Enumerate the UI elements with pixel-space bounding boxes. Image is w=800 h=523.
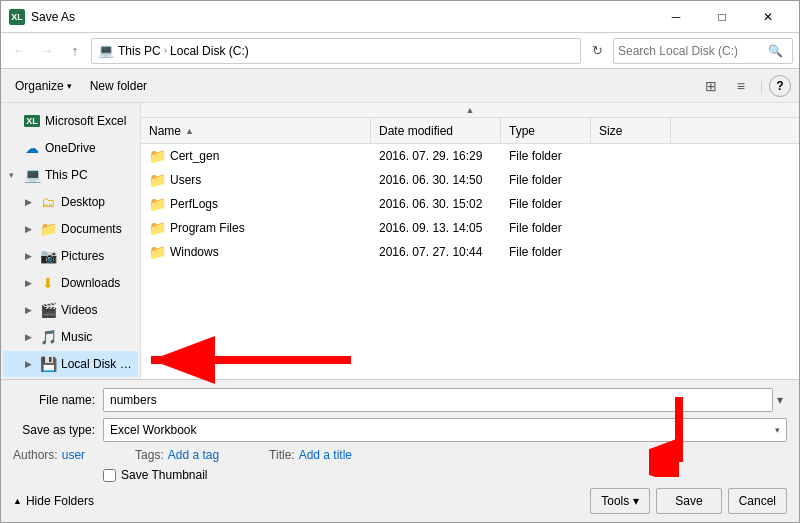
refresh-button[interactable]: ↻ xyxy=(585,39,609,63)
sidebar-item-label: Music xyxy=(61,330,92,344)
tools-label: Tools xyxy=(601,494,629,508)
expand-arrow: ▶ xyxy=(25,251,39,261)
sidebar-item-label: Desktop xyxy=(61,195,105,209)
filename-dropdown-arrow: ▾ xyxy=(773,393,787,407)
hide-folders-button[interactable]: ▲ Hide Folders xyxy=(13,494,94,508)
table-row[interactable]: 📁 Cert_gen 2016. 07. 29. 16:29 File fold… xyxy=(141,144,799,168)
table-row[interactable]: 📁 Windows 2016. 07. 27. 10:44 File folde… xyxy=(141,240,799,264)
path-segment-localc: Local Disk (C:) xyxy=(170,44,249,58)
right-panel: ▲ Name ▲ Date modified Type Size xyxy=(141,103,799,379)
new-folder-button[interactable]: New folder xyxy=(84,73,153,99)
savetype-value: Excel Workbook xyxy=(110,423,196,437)
col-header-size[interactable]: Size xyxy=(591,118,671,143)
tags-item: Tags: Add a tag xyxy=(135,448,219,462)
thispc-icon: 💻 xyxy=(23,167,41,183)
sidebar-item-label: Documents xyxy=(61,222,122,236)
address-bar: ← → ↑ 💻 This PC › Local Disk (C:) ↻ 🔍 xyxy=(1,33,799,69)
thumbnail-row: Save Thumbnail xyxy=(13,468,787,482)
minimize-button[interactable]: ─ xyxy=(653,1,699,33)
main-content: XL Microsoft Excel ☁ OneDrive ▾ 💻 This P… xyxy=(1,103,799,379)
help-button[interactable]: ? xyxy=(769,75,791,97)
thumbnail-label[interactable]: Save Thumbnail xyxy=(121,468,208,482)
toolbar: Organize ▾ New folder ⊞ ≡ | ? xyxy=(1,69,799,103)
folder-icon: 📁 xyxy=(149,196,166,212)
col-header-name[interactable]: Name ▲ xyxy=(141,118,371,143)
save-button[interactable]: Save xyxy=(656,488,721,514)
left-panel: XL Microsoft Excel ☁ OneDrive ▾ 💻 This P… xyxy=(1,103,141,379)
sidebar-item-label: OneDrive xyxy=(45,141,96,155)
sidebar-item-localc[interactable]: ▶ 💾 Local Disk (C:) xyxy=(3,351,138,377)
organize-button[interactable]: Organize ▾ xyxy=(9,73,78,99)
cancel-button[interactable]: Cancel xyxy=(728,488,787,514)
file-list-header: Name ▲ Date modified Type Size xyxy=(141,118,799,144)
sidebar-item-videos[interactable]: ▶ 🎬 Videos xyxy=(3,297,138,323)
forward-button[interactable]: → xyxy=(35,39,59,63)
title-item: Title: Add a title xyxy=(269,448,352,462)
expand-arrow: ▶ xyxy=(25,224,39,234)
filename-row: File name: ▾ xyxy=(13,388,787,412)
expand-arrow: ▶ xyxy=(25,278,39,288)
tools-button[interactable]: Tools ▾ xyxy=(590,488,650,514)
filename-input[interactable] xyxy=(103,388,773,412)
filename-label: File name: xyxy=(13,393,103,407)
dialog-title: Save As xyxy=(31,10,653,24)
save-as-dialog: XL Save As ─ □ ✕ ← → ↑ 💻 This PC xyxy=(0,0,800,523)
col-header-date[interactable]: Date modified xyxy=(371,118,501,143)
savetype-row: Save as type: Excel Workbook ▾ xyxy=(13,418,787,442)
close-button[interactable]: ✕ xyxy=(745,1,791,33)
videos-icon: 🎬 xyxy=(39,302,57,318)
expand-arrow: ▾ xyxy=(9,170,23,180)
title-label: Title: xyxy=(269,448,295,462)
authors-label: Authors: xyxy=(13,448,58,462)
table-row[interactable]: 📁 Program Files 2016. 09. 13. 14:05 File… xyxy=(141,216,799,240)
back-button[interactable]: ← xyxy=(7,39,31,63)
expand-arrow: ▶ xyxy=(25,359,39,369)
hide-folders-label: Hide Folders xyxy=(26,494,94,508)
list-view-button[interactable]: ≡ xyxy=(728,73,754,99)
col-header-type[interactable]: Type xyxy=(501,118,591,143)
thumbnail-checkbox[interactable] xyxy=(103,469,116,482)
savetype-dropdown[interactable]: Excel Workbook ▾ xyxy=(103,418,787,442)
table-row[interactable]: 📁 PerfLogs 2016. 06. 30. 15:02 File fold… xyxy=(141,192,799,216)
authors-value[interactable]: user xyxy=(62,448,85,462)
toolbar-right: ⊞ ≡ | ? xyxy=(698,73,791,99)
desktop-icon: 🗂 xyxy=(39,194,57,210)
folder-icon: 📁 xyxy=(149,220,166,236)
title-bar: XL Save As ─ □ ✕ xyxy=(1,1,799,33)
app-icon: XL xyxy=(9,9,25,25)
bottom-panel: File name: ▾ Save as type: Excel Workboo… xyxy=(1,379,799,522)
scroll-up-arrow: ▲ xyxy=(466,105,475,115)
onedrive-icon: ☁ xyxy=(23,140,41,156)
sidebar-item-excel[interactable]: XL Microsoft Excel xyxy=(3,108,138,134)
expand-arrow: ▶ xyxy=(25,197,39,207)
sidebar-item-pictures[interactable]: ▶ 📷 Pictures xyxy=(3,243,138,269)
window-controls: ─ □ ✕ xyxy=(653,1,791,33)
expand-arrow: ▶ xyxy=(25,305,39,315)
tools-dropdown-arrow: ▾ xyxy=(633,494,639,508)
savetype-dropdown-arrow: ▾ xyxy=(775,425,780,435)
pictures-icon: 📷 xyxy=(39,248,57,264)
sidebar-item-documents[interactable]: ▶ 📁 Documents xyxy=(3,216,138,242)
title-value[interactable]: Add a title xyxy=(299,448,352,462)
sidebar-item-desktop[interactable]: ▶ 🗂 Desktop xyxy=(3,189,138,215)
address-path[interactable]: 💻 This PC › Local Disk (C:) xyxy=(91,38,581,64)
path-segment-thispc: This PC xyxy=(118,44,161,58)
sidebar-item-label: This PC xyxy=(45,168,88,182)
organize-dropdown-arrow: ▾ xyxy=(67,81,72,91)
up-button[interactable]: ↑ xyxy=(63,39,87,63)
sidebar-item-onedrive[interactable]: ☁ OneDrive xyxy=(3,135,138,161)
downloads-icon: ⬇ xyxy=(39,275,57,291)
table-row[interactable]: 📁 Users 2016. 06. 30. 14:50 File folder xyxy=(141,168,799,192)
grid-view-button[interactable]: ⊞ xyxy=(698,73,724,99)
search-input[interactable] xyxy=(614,44,764,58)
maximize-button[interactable]: □ xyxy=(699,1,745,33)
sidebar-item-thispc[interactable]: ▾ 💻 This PC xyxy=(3,162,138,188)
search-icon: 🔍 xyxy=(764,44,787,58)
tags-label: Tags: xyxy=(135,448,164,462)
sidebar-item-downloads[interactable]: ▶ ⬇ Downloads xyxy=(3,270,138,296)
scroll-indicator-top: ▲ xyxy=(141,103,799,118)
sidebar-item-music[interactable]: ▶ 🎵 Music xyxy=(3,324,138,350)
tags-value[interactable]: Add a tag xyxy=(168,448,219,462)
action-buttons: Tools ▾ Save Cancel xyxy=(590,488,787,514)
path-separator: › xyxy=(164,45,167,56)
